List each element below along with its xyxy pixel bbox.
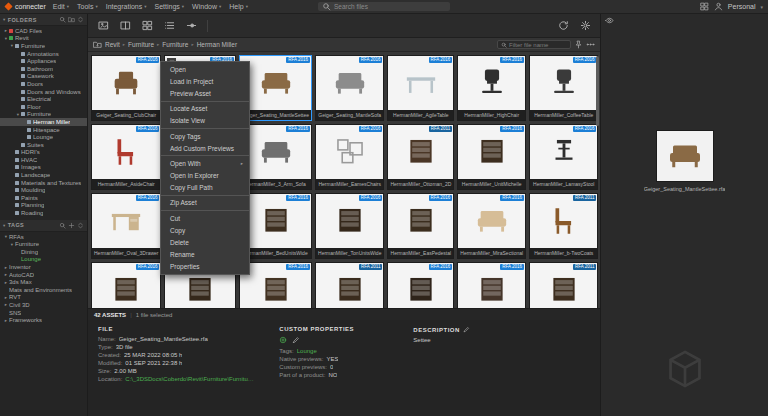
tag-item-mats-and-environments[interactable]: Mats and Environments: [0, 286, 87, 294]
asset-card[interactable]: RFA 2011HermanMiller_b-TwoCoats: [529, 193, 598, 259]
folder-item-suites[interactable]: Suites: [0, 141, 87, 149]
filter-box[interactable]: [497, 40, 571, 49]
menu-integrations[interactable]: Integrations▾: [106, 3, 147, 10]
context-menu-item-zip-asset[interactable]: Zip Asset: [161, 197, 249, 209]
folder-item-materials-and-textures[interactable]: Materials and Textures: [0, 179, 87, 187]
folder-item-images[interactable]: Images: [0, 164, 87, 172]
add-tag-icon[interactable]: [68, 222, 75, 229]
asset-card[interactable]: RFA 2016HermanMiller_Oval_3Drawer: [91, 193, 161, 259]
tags-collapse-all-icon[interactable]: [77, 222, 84, 229]
context-menu-item-open-in-explorer[interactable]: Open in Explorer: [161, 170, 249, 182]
context-menu-item-open[interactable]: Open: [161, 63, 249, 75]
folder-item-electrical[interactable]: Electrical: [0, 95, 87, 103]
folder-item-casework[interactable]: Casework: [0, 73, 87, 81]
context-menu-item-copy-tags[interactable]: Copy Tags: [161, 130, 249, 142]
asset-card[interactable]: RFA 2016HermanMiller_SideBoard: [457, 262, 526, 308]
context-menu-item-open-with[interactable]: Open With▸: [161, 157, 249, 169]
context-menu-item-locate-asset[interactable]: Locate Asset: [161, 103, 249, 115]
folder-item-cad-files[interactable]: ▸CAD Files: [0, 27, 87, 35]
context-menu-item-add-custom-previews[interactable]: Add Custom Previews: [161, 142, 249, 154]
folder-item-revit[interactable]: ▾Revit: [0, 35, 87, 43]
account-label[interactable]: Personal: [728, 3, 756, 10]
edit-description-icon[interactable]: [463, 326, 470, 333]
asset-card[interactable]: RFA 2016HermanMiller_HighChair: [457, 55, 526, 121]
preview-thumbnail[interactable]: [656, 130, 714, 182]
asset-card[interactable]: RFA 2016HermanMiller_3_Arm_Sofa: [239, 124, 312, 190]
tags-collapse-icon[interactable]: ▾: [3, 223, 6, 228]
folder-item-doors-and-windows[interactable]: Doors and Windows: [0, 88, 87, 96]
folder-item-roading[interactable]: Roading: [0, 209, 87, 217]
asset-card[interactable]: RFA 2016Geiger_Seating_MantleSofa: [315, 55, 384, 121]
breadcrumb-segment-herman-miller[interactable]: Herman Miller: [197, 41, 237, 48]
sync-icon[interactable]: [554, 18, 572, 34]
tag-item-furniture[interactable]: ▾Furniture: [0, 240, 87, 248]
asset-card[interactable]: RFA 2016HermanMiller_MiraSectional: [457, 193, 526, 259]
tag-item-inventor[interactable]: ▸Inventor: [0, 263, 87, 271]
account-caret-icon[interactable]: ▾: [760, 4, 763, 10]
asset-card[interactable]: RFA 2016HermanMiller_CoffeeTable: [529, 55, 598, 121]
asset-card[interactable]: RFA 2016HermanMiller_AgileTable: [387, 55, 454, 121]
folders-collapse-icon[interactable]: ▾: [3, 17, 6, 22]
media-view-icon[interactable]: [94, 18, 112, 34]
folders-search-icon[interactable]: [59, 16, 66, 23]
context-menu-item-rename[interactable]: Rename: [161, 249, 249, 261]
global-search[interactable]: [318, 2, 450, 11]
tag-item-rfas[interactable]: ▾RFAs: [0, 233, 87, 241]
location-link[interactable]: C:\_3DSDocs\Coberdo\Revit\Furniture\Furn…: [125, 376, 255, 382]
tag-item-lounge[interactable]: Lounge: [0, 256, 87, 264]
asset-card[interactable]: RFA 2011HermanMiller_Ottoman_2D: [387, 124, 454, 190]
breadcrumb-segment-revit[interactable]: Revit: [105, 41, 120, 48]
add-custom-property-icon[interactable]: [279, 336, 287, 344]
settings-icon[interactable]: [576, 18, 594, 34]
tag-item-civil-3d[interactable]: ▸Civil 3D: [0, 301, 87, 309]
folder-item-hvac[interactable]: HVAC: [0, 156, 87, 164]
grid-scrollbar[interactable]: [596, 56, 599, 126]
preview-visibility-icon[interactable]: [605, 16, 614, 25]
list-view-icon[interactable]: [160, 18, 178, 34]
tag-item-sns[interactable]: SNS: [0, 309, 87, 317]
folder-item-annotations[interactable]: Annotations: [0, 50, 87, 58]
asset-card[interactable]: RFA 2011HermanMiller_FileDrawer: [315, 262, 384, 308]
folder-item-planning[interactable]: Planning: [0, 202, 87, 210]
folder-item-paints[interactable]: Paints: [0, 194, 87, 202]
asset-card[interactable]: RFA 2016HermanMiller_UnitMichelle: [457, 124, 526, 190]
app-logo[interactable]: connecter: [5, 3, 46, 10]
context-menu-item-preview-asset[interactable]: Preview Asset: [161, 87, 249, 99]
thumbnail-size-slider-icon[interactable]: [182, 18, 200, 34]
tag-link[interactable]: Lounge: [297, 348, 317, 354]
context-menu-item-copy-full-path[interactable]: Copy Full Path: [161, 182, 249, 194]
asset-card[interactable]: RFA 2011HermanMiller_StorageTower: [529, 262, 598, 308]
filter-input[interactable]: [509, 42, 567, 48]
folder-item-doors[interactable]: Doors: [0, 80, 87, 88]
more-options-icon[interactable]: [586, 40, 595, 49]
breadcrumb-segment-furniture[interactable]: Furniture: [162, 41, 188, 48]
asset-card[interactable]: RFA 2016HermanMiller_EasPedestal: [387, 193, 454, 259]
folder-item-floor[interactable]: Floor: [0, 103, 87, 111]
asset-card[interactable]: RFA 2016HermanMiller_BedUnitsWide: [239, 193, 312, 259]
folder-item-furniture[interactable]: ▾Furniture: [0, 42, 87, 50]
asset-card[interactable]: RFA 2016HermanMiller_TallCabinet: [91, 262, 161, 308]
menu-tools[interactable]: Tools▾: [77, 3, 98, 10]
breadcrumb-segment-furniture[interactable]: Furniture: [128, 41, 154, 48]
folder-item-bathroom[interactable]: Bathroom: [0, 65, 87, 73]
folder-item-landscape[interactable]: Landscape: [0, 171, 87, 179]
columns-view-icon[interactable]: [116, 18, 134, 34]
folder-item-hitespace[interactable]: Hitespace: [0, 126, 87, 134]
add-folder-icon[interactable]: [68, 16, 75, 23]
folder-item-herman-miller[interactable]: Herman Miller: [0, 118, 87, 126]
asset-card[interactable]: RFA 2016HermanMiller_TonUnitsWide: [315, 193, 384, 259]
folder-item-furniture[interactable]: ▾Furniture: [0, 111, 87, 119]
pin-icon[interactable]: [574, 40, 583, 49]
context-menu-item-cut[interactable]: Cut: [161, 212, 249, 224]
apps-icon[interactable]: [700, 2, 709, 11]
context-menu-item-isolate-view[interactable]: Isolate View: [161, 115, 249, 127]
folder-up-icon[interactable]: [93, 40, 102, 49]
context-menu-item-copy[interactable]: Copy: [161, 224, 249, 236]
asset-card[interactable]: RFA 2016HermanMiller_LowCabinet: [239, 262, 312, 308]
folder-item-appliances[interactable]: Appliances: [0, 57, 87, 65]
folder-item-hdri-s[interactable]: HDRI's: [0, 149, 87, 157]
folder-item-lounge[interactable]: Lounge: [0, 133, 87, 141]
asset-card[interactable]: RFA 2016Geiger_Seating_ClubChair: [91, 55, 161, 121]
asset-card[interactable]: RFA 2016Geiger_Seating_MantleSettee: [239, 55, 312, 121]
search-input[interactable]: [334, 3, 446, 10]
